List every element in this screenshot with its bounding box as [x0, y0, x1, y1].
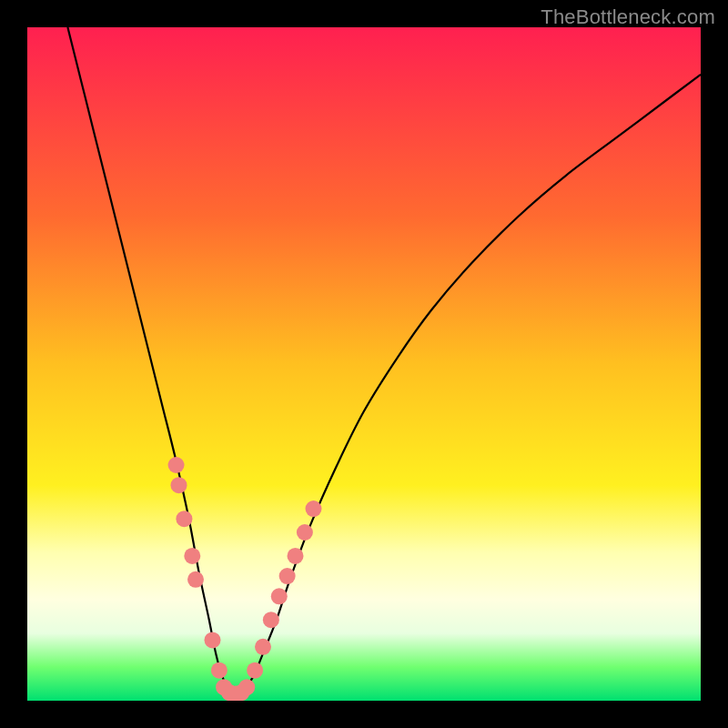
curve-marker	[247, 662, 263, 679]
curve-marker	[168, 457, 185, 473]
chart-frame: TheBottleneck.com	[0, 0, 728, 728]
curve-marker	[255, 639, 271, 655]
curve-marker	[306, 500, 322, 517]
curve-marker	[171, 477, 187, 493]
curve-marker	[279, 568, 296, 584]
bottleneck-curve	[67, 27, 701, 694]
curve-marker	[297, 524, 313, 541]
plot-area	[27, 27, 701, 701]
watermark-text: TheBottleneck.com	[541, 5, 715, 29]
curve-marker	[205, 632, 221, 648]
curve-marker	[288, 548, 304, 564]
curve-marker	[271, 588, 288, 604]
chart-svg	[27, 27, 701, 701]
curve-marker	[187, 571, 204, 588]
curve-marker	[238, 679, 255, 695]
curve-marker	[211, 662, 228, 679]
curve-marker	[263, 612, 279, 628]
curve-markers	[168, 457, 322, 701]
curve-marker	[184, 548, 200, 564]
curve-marker	[176, 511, 192, 527]
